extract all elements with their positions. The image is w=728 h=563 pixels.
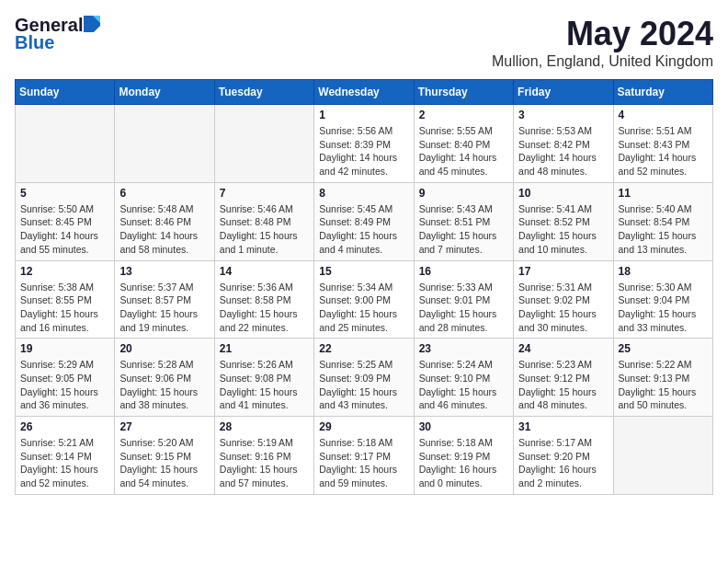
day-info: Sunrise: 5:31 AMSunset: 9:02 PMDaylight:…	[518, 281, 608, 335]
calendar-table: SundayMondayTuesdayWednesdayThursdayFrid…	[15, 79, 713, 495]
day-info: Sunrise: 5:34 AMSunset: 9:00 PMDaylight:…	[319, 281, 408, 335]
day-number: 7	[220, 187, 309, 200]
calendar-day: 28Sunrise: 5:19 AMSunset: 9:16 PMDayligh…	[214, 417, 313, 495]
day-number: 25	[619, 342, 708, 355]
day-info: Sunrise: 5:40 AMSunset: 8:54 PMDaylight:…	[619, 202, 708, 257]
calendar-day: 20Sunrise: 5:28 AMSunset: 9:06 PMDayligh…	[115, 339, 214, 417]
day-header-sunday: Sunday	[16, 80, 115, 105]
day-info: Sunrise: 5:19 AMSunset: 9:16 PMDaylight:…	[220, 436, 309, 490]
calendar-week-3: 12Sunrise: 5:38 AMSunset: 8:55 PMDayligh…	[16, 260, 713, 339]
day-info: Sunrise: 5:53 AMSunset: 8:42 PMDaylight:…	[518, 124, 608, 178]
day-number: 11	[619, 187, 708, 200]
day-number: 5	[20, 187, 109, 200]
month-title: May 2024	[492, 15, 713, 53]
day-number: 22	[319, 342, 408, 355]
calendar-day: 8Sunrise: 5:45 AMSunset: 8:49 PMDaylight…	[314, 182, 414, 260]
day-number: 19	[20, 342, 109, 355]
calendar-week-1: 1Sunrise: 5:56 AMSunset: 8:39 PMDaylight…	[16, 105, 713, 183]
day-info: Sunrise: 5:43 AMSunset: 8:51 PMDaylight:…	[419, 202, 508, 257]
calendar-day: 21Sunrise: 5:26 AMSunset: 9:08 PMDayligh…	[214, 339, 313, 417]
calendar-day: 2Sunrise: 5:55 AMSunset: 8:40 PMDaylight…	[414, 105, 513, 183]
day-info: Sunrise: 5:20 AMSunset: 9:15 PMDaylight:…	[119, 436, 209, 490]
day-info: Sunrise: 5:23 AMSunset: 9:12 PMDaylight:…	[518, 358, 608, 412]
day-info: Sunrise: 5:37 AMSunset: 8:57 PMDaylight:…	[119, 281, 209, 335]
day-info: Sunrise: 5:33 AMSunset: 9:01 PMDaylight:…	[419, 281, 508, 335]
day-info: Sunrise: 5:38 AMSunset: 8:55 PMDaylight:…	[20, 281, 109, 335]
calendar-day: 10Sunrise: 5:41 AMSunset: 8:52 PMDayligh…	[514, 182, 613, 260]
day-number: 26	[20, 420, 109, 433]
day-info: Sunrise: 5:41 AMSunset: 8:52 PMDaylight:…	[518, 202, 608, 257]
day-info: Sunrise: 5:21 AMSunset: 9:14 PMDaylight:…	[20, 436, 109, 490]
day-number: 28	[220, 420, 309, 433]
day-info: Sunrise: 5:30 AMSunset: 9:04 PMDaylight:…	[619, 281, 708, 335]
calendar-day: 23Sunrise: 5:24 AMSunset: 9:10 PMDayligh…	[414, 339, 513, 417]
day-info: Sunrise: 5:55 AMSunset: 8:40 PMDaylight:…	[419, 124, 508, 178]
calendar-week-2: 5Sunrise: 5:50 AMSunset: 8:45 PMDaylight…	[16, 182, 713, 260]
day-info: Sunrise: 5:24 AMSunset: 9:10 PMDaylight:…	[419, 358, 508, 412]
day-header-saturday: Saturday	[613, 80, 712, 105]
day-number: 6	[119, 187, 209, 200]
day-header-monday: Monday	[115, 80, 214, 105]
day-info: Sunrise: 5:36 AMSunset: 8:58 PMDaylight:…	[220, 281, 309, 335]
calendar-day: 14Sunrise: 5:36 AMSunset: 8:58 PMDayligh…	[214, 260, 313, 339]
page-header: General Blue May 2024 Mullion, England, …	[15, 15, 713, 70]
day-number: 4	[619, 109, 708, 121]
day-info: Sunrise: 5:56 AMSunset: 8:39 PMDaylight:…	[319, 124, 408, 178]
calendar-week-5: 26Sunrise: 5:21 AMSunset: 9:14 PMDayligh…	[16, 417, 713, 495]
day-number: 10	[518, 187, 608, 200]
day-number: 2	[419, 109, 508, 121]
day-info: Sunrise: 5:29 AMSunset: 9:05 PMDaylight:…	[20, 358, 109, 412]
day-number: 29	[319, 420, 408, 433]
day-number: 14	[220, 265, 309, 278]
calendar-header-row: SundayMondayTuesdayWednesdayThursdayFrid…	[16, 80, 713, 105]
day-info: Sunrise: 5:25 AMSunset: 9:09 PMDaylight:…	[319, 358, 408, 412]
calendar-week-4: 19Sunrise: 5:29 AMSunset: 9:05 PMDayligh…	[16, 339, 713, 417]
calendar-day: 11Sunrise: 5:40 AMSunset: 8:54 PMDayligh…	[613, 182, 712, 260]
day-number: 21	[220, 342, 309, 355]
day-info: Sunrise: 5:46 AMSunset: 8:48 PMDaylight:…	[220, 202, 309, 257]
day-header-friday: Friday	[514, 80, 613, 105]
day-number: 27	[119, 420, 209, 433]
day-info: Sunrise: 5:17 AMSunset: 9:20 PMDaylight:…	[518, 436, 608, 490]
day-header-tuesday: Tuesday	[214, 80, 313, 105]
day-info: Sunrise: 5:51 AMSunset: 8:43 PMDaylight:…	[619, 124, 708, 178]
logo-icon	[84, 16, 100, 32]
day-number: 23	[419, 342, 508, 355]
location: Mullion, England, United Kingdom	[492, 53, 713, 70]
calendar-day: 13Sunrise: 5:37 AMSunset: 8:57 PMDayligh…	[115, 260, 214, 339]
day-number: 3	[518, 109, 608, 121]
calendar-day: 4Sunrise: 5:51 AMSunset: 8:43 PMDaylight…	[613, 105, 712, 183]
day-info: Sunrise: 5:26 AMSunset: 9:08 PMDaylight:…	[220, 358, 309, 412]
day-header-wednesday: Wednesday	[314, 80, 414, 105]
calendar-day: 1Sunrise: 5:56 AMSunset: 8:39 PMDaylight…	[314, 105, 414, 183]
calendar-day	[115, 105, 214, 183]
calendar-day: 7Sunrise: 5:46 AMSunset: 8:48 PMDaylight…	[214, 182, 313, 260]
calendar-day: 25Sunrise: 5:22 AMSunset: 9:13 PMDayligh…	[613, 339, 712, 417]
calendar-day: 6Sunrise: 5:48 AMSunset: 8:46 PMDaylight…	[115, 182, 214, 260]
day-number: 13	[119, 265, 209, 278]
day-header-thursday: Thursday	[414, 80, 513, 105]
day-number: 20	[119, 342, 209, 355]
calendar-day: 30Sunrise: 5:18 AMSunset: 9:19 PMDayligh…	[414, 417, 513, 495]
day-info: Sunrise: 5:18 AMSunset: 9:17 PMDaylight:…	[319, 436, 408, 490]
calendar-day: 9Sunrise: 5:43 AMSunset: 8:51 PMDaylight…	[414, 182, 513, 260]
day-info: Sunrise: 5:18 AMSunset: 9:19 PMDaylight:…	[419, 436, 508, 490]
calendar-day: 16Sunrise: 5:33 AMSunset: 9:01 PMDayligh…	[414, 260, 513, 339]
day-number: 8	[319, 187, 408, 200]
day-info: Sunrise: 5:22 AMSunset: 9:13 PMDaylight:…	[619, 358, 708, 412]
calendar-day: 5Sunrise: 5:50 AMSunset: 8:45 PMDaylight…	[16, 182, 115, 260]
title-block: May 2024 Mullion, England, United Kingdo…	[492, 15, 713, 70]
day-number: 31	[518, 420, 608, 433]
day-number: 17	[518, 265, 608, 278]
calendar-day: 29Sunrise: 5:18 AMSunset: 9:17 PMDayligh…	[314, 417, 414, 495]
calendar-day: 26Sunrise: 5:21 AMSunset: 9:14 PMDayligh…	[16, 417, 115, 495]
day-number: 16	[419, 265, 508, 278]
calendar-day: 24Sunrise: 5:23 AMSunset: 9:12 PMDayligh…	[514, 339, 613, 417]
day-number: 9	[419, 187, 508, 200]
day-number: 30	[419, 420, 508, 433]
day-info: Sunrise: 5:48 AMSunset: 8:46 PMDaylight:…	[119, 202, 209, 257]
calendar-day: 18Sunrise: 5:30 AMSunset: 9:04 PMDayligh…	[613, 260, 712, 339]
day-number: 18	[619, 265, 708, 278]
calendar-day: 27Sunrise: 5:20 AMSunset: 9:15 PMDayligh…	[115, 417, 214, 495]
calendar-day: 17Sunrise: 5:31 AMSunset: 9:02 PMDayligh…	[514, 260, 613, 339]
